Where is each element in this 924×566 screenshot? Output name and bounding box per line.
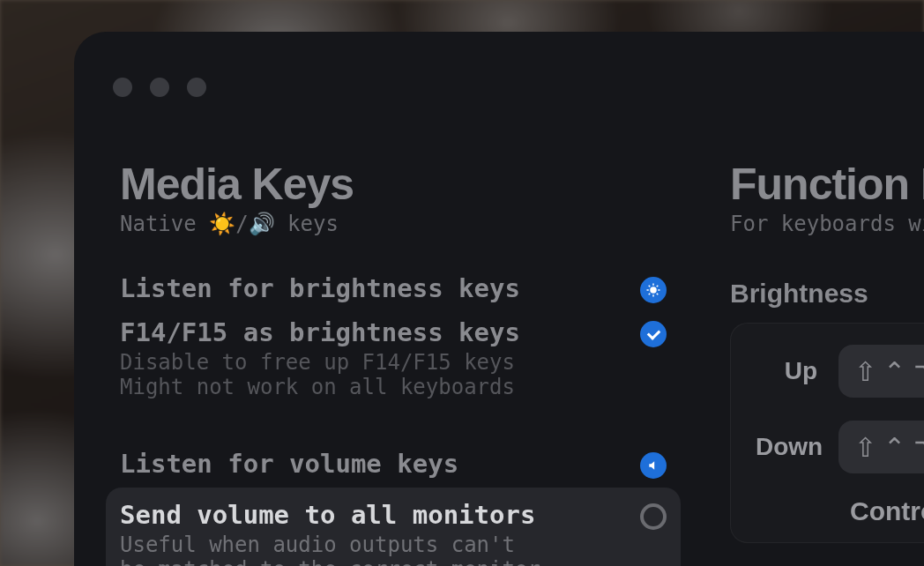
function-keys-title: Function Key (730, 159, 924, 210)
media-keys-subtitle: Native ☀️/🔊 keys (120, 212, 681, 236)
volume-icon (647, 459, 659, 472)
row-label: Send volume to all monitors (120, 500, 640, 530)
svg-line-8 (657, 286, 659, 287)
close-button[interactable] (113, 78, 132, 97)
row-description: Useful when audio outputs can't be match… (120, 533, 640, 566)
row-send-volume-all[interactable]: Send volume to all monitors Useful when … (106, 488, 681, 566)
function-keys-subtitle: For keyboards without (730, 212, 924, 236)
row-listen-volume[interactable]: Listen for volume keys (120, 443, 681, 484)
row-label: F14/F15 as brightness keys (120, 317, 640, 347)
hotkey-label-up: Up (756, 357, 817, 385)
media-keys-section: Media Keys Native ☀️/🔊 keys Listen for b… (120, 159, 681, 566)
toggle-listen-brightness[interactable] (640, 277, 667, 303)
media-keys-title: Media Keys (120, 159, 681, 210)
row-label: Listen for volume keys (120, 449, 640, 479)
svg-line-6 (657, 294, 659, 295)
hotkey-field-brightness-up[interactable]: ⇧ ⌃ ⌥ ⌘ (838, 345, 924, 398)
toggle-listen-volume[interactable] (640, 452, 667, 479)
row-f14-f15[interactable]: F14/F15 as brightness keys Disable to fr… (120, 312, 681, 412)
brightness-heading: Brightness (730, 279, 924, 309)
modifier-glyphs: ⇧ ⌃ ⌥ ⌘ (854, 356, 924, 387)
preferences-window: HOTK Media Keys Native ☀️/🔊 keys Listen … (74, 32, 924, 566)
toggle-f14-f15[interactable] (640, 321, 667, 347)
hotkey-label-down: Down (756, 433, 817, 461)
row-label: Listen for brightness keys (120, 273, 640, 303)
row-listen-brightness[interactable]: Listen for brightness keys (120, 268, 681, 309)
modifier-glyphs: ⇧ ⌃ ⌥ ⌘ (854, 432, 924, 463)
hotkey-field-brightness-down[interactable]: ⇧ ⌃ ⌥ ⌘ (838, 421, 924, 473)
brightness-hotkey-panel: Up ⇧ ⌃ ⌥ ⌘ Down ⇧ ⌃ ⌥ ⌘ Control al (730, 323, 924, 543)
function-keys-section: Function Key For keyboards without Brigh… (730, 159, 924, 566)
brightness-icon (645, 282, 661, 298)
svg-line-5 (649, 286, 651, 287)
hotkey-row-up: Up ⇧ ⌃ ⌥ ⌘ (756, 345, 924, 398)
hotkey-row-down: Down ⇧ ⌃ ⌥ ⌘ (756, 421, 924, 473)
zoom-button[interactable] (187, 78, 206, 97)
toggle-send-volume-all[interactable] (640, 503, 667, 530)
window-traffic-lights (113, 78, 206, 97)
svg-point-0 (651, 287, 656, 293)
svg-line-7 (649, 294, 651, 295)
minimize-button[interactable] (150, 78, 169, 97)
control-all-label[interactable]: Control al (756, 496, 924, 526)
row-description: Disable to free up F14/F15 keys Might no… (120, 351, 640, 399)
